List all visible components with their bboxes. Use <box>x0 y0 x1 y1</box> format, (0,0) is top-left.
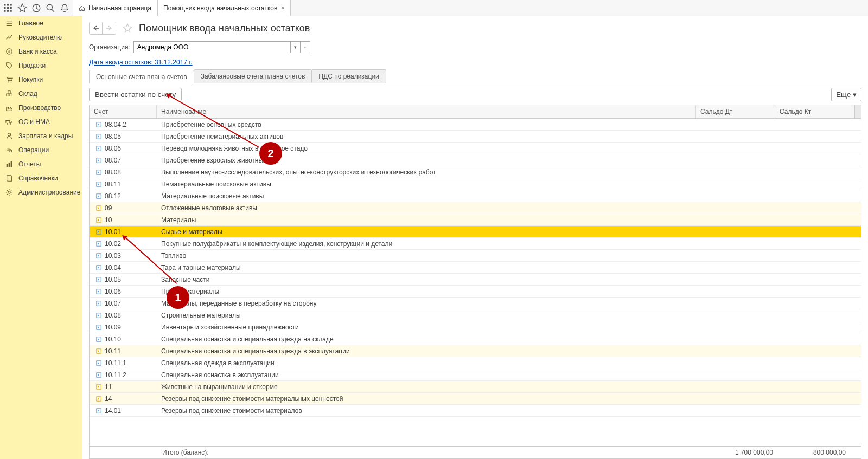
sidebar-item-label: ОС и НМА <box>18 118 50 126</box>
account-code: 08.06 <box>105 145 121 152</box>
table-row[interactable]: 10.11.1Специальная одежда в эксплуатации <box>90 357 861 369</box>
debit-balance <box>703 135 782 138</box>
table-row[interactable]: 10.09Инвентарь и хозяйственные принадлеж… <box>90 321 861 333</box>
credit-balance <box>782 230 861 234</box>
table-row[interactable]: 10.02Покупные полуфабрикаты и комплектую… <box>90 238 861 250</box>
account-code: 08.05 <box>105 133 121 140</box>
account-name: Специальная оснастка в эксплуатации <box>157 370 703 380</box>
debit-balance <box>703 338 782 341</box>
col-header-credit[interactable]: Сальдо Кт <box>775 105 854 118</box>
account-code: 10.08 <box>105 312 121 319</box>
nav-back-button[interactable] <box>90 22 103 34</box>
table-row[interactable]: 08.06Перевод молодняка животных в основн… <box>90 143 861 154</box>
book-icon <box>5 174 13 182</box>
debit-balance <box>703 302 782 305</box>
account-code: 08.08 <box>105 169 121 176</box>
account-code: 10.02 <box>105 240 121 248</box>
credit-balance <box>782 397 861 400</box>
sidebar-item-7[interactable]: ОС и НМА <box>0 115 82 129</box>
svg-point-15 <box>8 82 9 83</box>
boxes-icon <box>5 90 13 98</box>
sidebar-item-4[interactable]: Покупки <box>0 73 82 87</box>
favorite-button[interactable] <box>122 22 133 34</box>
table-row[interactable]: 10Материалы <box>90 214 861 226</box>
sidebar-item-2[interactable]: ₽Банк и касса <box>0 44 82 59</box>
debit-balance <box>703 230 782 234</box>
account-code: 10 <box>105 216 112 224</box>
debit-balance <box>703 385 782 389</box>
sidebar-item-9[interactable]: Операции <box>0 143 82 157</box>
chart-icon <box>5 34 13 41</box>
account-name: Специальная одежда в эксплуатации <box>157 358 703 369</box>
table-row[interactable]: 10.05Запасные части <box>90 274 861 286</box>
svg-rect-3 <box>4 7 5 8</box>
tab-assistant[interactable]: Помощник ввода начальных остатков ✕ <box>157 0 291 16</box>
debit-balance <box>703 350 782 353</box>
col-header-account[interactable]: Счет <box>90 105 157 118</box>
org-input[interactable] <box>133 41 291 53</box>
table-row[interactable]: 10.06Прочие материалы <box>90 286 861 298</box>
account-name: Специальная оснастка и специальная одежд… <box>157 334 703 345</box>
close-icon[interactable]: ✕ <box>280 5 285 11</box>
subtab-2[interactable]: НДС по реализации <box>311 69 386 83</box>
more-button[interactable]: Еще ▾ <box>831 88 861 101</box>
tab-home[interactable]: Начальная страница <box>73 0 157 16</box>
table-row[interactable]: 10.07Материалы, переданные в переработку… <box>90 298 861 309</box>
org-dropdown-button[interactable]: ▾ <box>291 41 301 53</box>
debit-balance <box>703 326 782 329</box>
apps-icon[interactable] <box>3 3 13 13</box>
table-row[interactable]: 08.11Нематериальные поисковые активы <box>90 178 861 190</box>
table-row[interactable]: 14.01Резервы под снижение стоимости мате… <box>90 405 861 417</box>
subtab-0[interactable]: Основные счета плана счетов <box>89 70 194 83</box>
sidebar-item-3[interactable]: Продажи <box>0 59 82 73</box>
account-name: Инвентарь и хозяйственные принадлежности <box>157 322 703 333</box>
svg-line-11 <box>52 9 54 12</box>
sidebar-item-12[interactable]: Администрирование <box>0 185 82 199</box>
table-row[interactable]: 10.04Тара и тарные материалы <box>90 262 861 274</box>
sidebar-item-11[interactable]: Справочники <box>0 171 82 185</box>
nav-forward-button[interactable] <box>103 22 116 34</box>
table-row[interactable]: 10.01Сырье и материалы <box>90 226 861 238</box>
sidebar-item-0[interactable]: Главное <box>0 16 82 30</box>
table-row[interactable]: 10.03Топливо <box>90 250 861 262</box>
bell-icon[interactable] <box>60 3 69 13</box>
table-row[interactable]: 10.10Специальная оснастка и специальная … <box>90 333 861 345</box>
account-code: 08.12 <box>105 192 121 200</box>
sidebar-item-6[interactable]: Производство <box>0 101 82 115</box>
svg-text:₽: ₽ <box>8 50 11 54</box>
date-link[interactable]: Дата ввода остатков: 31.12.2017 г. <box>82 55 868 69</box>
table-row[interactable]: 10.11Специальная оснастка и специальная … <box>90 345 861 357</box>
org-open-button[interactable]: ▫ <box>301 41 310 53</box>
annotation-marker-1: 1 <box>167 286 189 309</box>
table-row[interactable]: 10.08Строительные материалы <box>90 309 861 321</box>
table-row[interactable]: 08.04.2Приобретение основных средств <box>90 119 861 131</box>
truck-icon <box>5 118 13 126</box>
account-name: Запасные части <box>157 274 703 285</box>
table-row[interactable]: 10.11.2Специальная оснастка в эксплуатац… <box>90 369 861 381</box>
credit-balance <box>782 171 861 174</box>
table-row[interactable]: 14Резервы под снижение стоимости материа… <box>90 393 861 405</box>
credit-balance <box>782 361 861 365</box>
search-icon[interactable] <box>46 3 55 13</box>
credit-balance <box>782 338 861 341</box>
sidebar-item-1[interactable]: Руководителю <box>0 30 82 44</box>
sidebar-item-label: Продажи <box>18 62 46 69</box>
table-row[interactable]: 08.05Приобретение нематериальных активов <box>90 131 861 143</box>
table-row[interactable]: 11Животные на выращивании и откорме <box>90 381 861 393</box>
org-label: Организация: <box>89 43 130 51</box>
col-header-name[interactable]: Наименование <box>157 105 696 118</box>
table-row[interactable]: 08.07Приобретение взрослых животных <box>90 154 861 166</box>
sidebar-item-10[interactable]: Отчеты <box>0 157 82 171</box>
table-row[interactable]: 08.12Материальные поисковые активы <box>90 190 861 202</box>
subtab-1[interactable]: Забалансовые счета плана счетов <box>194 69 312 83</box>
history-icon[interactable] <box>31 3 41 13</box>
svg-point-22 <box>8 133 10 136</box>
table-row[interactable]: 09Отложенные налоговые активы <box>90 202 861 214</box>
col-header-debit[interactable]: Сальдо Дт <box>696 105 775 118</box>
table-row[interactable]: 08.08Выполнение научно-исследовательских… <box>90 166 861 178</box>
account-code: 10.06 <box>105 288 121 295</box>
star-icon[interactable] <box>17 3 27 13</box>
svg-rect-24 <box>9 163 10 167</box>
sidebar-item-8[interactable]: Зарплата и кадры <box>0 129 82 143</box>
sidebar-item-5[interactable]: Склад <box>0 87 82 101</box>
